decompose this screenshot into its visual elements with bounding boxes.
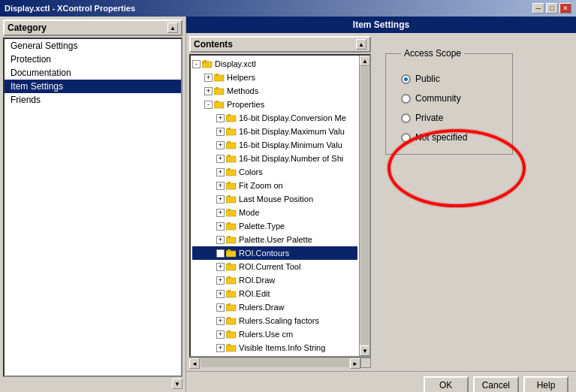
tree-item-paltype[interactable]: + Palette.Type [192, 219, 357, 233]
tree-item-methods[interactable]: + Methods [192, 84, 357, 98]
category-item-general[interactable]: General Settings [5, 39, 181, 53]
svg-rect-13 [226, 143, 236, 149]
help-button[interactable]: Help [523, 376, 568, 392]
svg-marker-26 [226, 222, 231, 224]
expand-root[interactable]: - [192, 60, 201, 68]
tree-item-roi-draw[interactable]: + ROI.Draw [192, 273, 357, 287]
radio-public-label: Public [415, 74, 440, 84]
tree-scroll-up-arrow[interactable]: ▲ [360, 56, 370, 66]
folder-icon-rulers-scale [226, 316, 237, 325]
tree-item-minval[interactable]: + 16-bit Display.Minimum Valu [192, 138, 357, 152]
tree-label-conv: 16-bit Display.Conversion Me [239, 112, 346, 124]
svg-marker-38 [226, 303, 231, 305]
radio-not-specified[interactable]: Not specified [401, 132, 497, 143]
expand-mode[interactable]: + [216, 209, 225, 217]
radio-not-specified-circle[interactable] [401, 133, 411, 143]
expand-paluser[interactable]: + [216, 236, 225, 244]
category-scroll-up[interactable]: ▲ [167, 23, 178, 33]
tree-container[interactable]: - Display.xctl + [189, 54, 371, 357]
tree-hscroll-thumb[interactable] [201, 359, 349, 367]
tree-item-root[interactable]: - Display.xctl [192, 57, 357, 71]
category-item-friends[interactable]: Friends [5, 93, 181, 107]
close-button[interactable]: ✕ [559, 3, 571, 14]
tree-item-colors[interactable]: + Colors [192, 165, 357, 179]
tree-label-methods: Methods [227, 85, 258, 97]
expand-fitzoom[interactable]: + [216, 182, 225, 190]
folder-icon-maxval [226, 127, 237, 136]
folder-icon-roi-curtool [226, 262, 237, 271]
tree-scroll-down-arrow[interactable]: ▼ [360, 345, 370, 356]
tree-item-roi-contours[interactable]: + ROI.Contours [192, 246, 357, 260]
tree-bottom-scrollbar[interactable]: ◄ ► [189, 357, 371, 368]
tree-item-rulers-scale[interactable]: + Rulers.Scaling factors [192, 314, 357, 327]
tree-label-paltype: Palette.Type [239, 220, 285, 232]
expand-methods[interactable]: + [204, 87, 213, 95]
tree-item-paluser[interactable]: + Palette.User Palette [192, 233, 357, 246]
radio-public[interactable]: Public [401, 74, 497, 84]
tree-item-properties[interactable]: - Properties [192, 98, 357, 111]
radio-private[interactable]: Private [401, 113, 497, 123]
tree-item-conv[interactable]: + 16-bit Display.Conversion Me [192, 111, 357, 125]
expand-roi-draw[interactable]: + [216, 276, 225, 285]
ok-button[interactable]: OK [424, 376, 469, 392]
tree-scroll-up[interactable]: ▲ [356, 39, 366, 50]
tree-item-mode[interactable]: + Mode [192, 206, 357, 219]
expand-roi-contours[interactable]: + [216, 249, 225, 258]
expand-rulers-cm[interactable]: + [216, 330, 225, 339]
svg-marker-2 [202, 60, 207, 62]
tree-item-maxval[interactable]: + 16-bit Display.Maximum Valu [192, 125, 357, 138]
folder-icon-roi-contours [226, 249, 237, 258]
expand-minval[interactable]: + [216, 141, 225, 149]
maximize-button[interactable]: □ [546, 3, 558, 14]
category-item-documentation[interactable]: Documentation [5, 66, 181, 80]
expand-rulers-draw[interactable]: + [216, 303, 225, 312]
expand-helpers[interactable]: + [204, 74, 213, 82]
category-item-protection[interactable]: Protection [5, 53, 181, 66]
tree-item-roi-edit[interactable]: + ROI.Edit [192, 287, 357, 300]
expand-paltype[interactable]: + [216, 222, 225, 231]
radio-community-circle[interactable] [401, 94, 411, 104]
expand-roi-curtool[interactable]: + [216, 263, 225, 271]
cancel-button[interactable]: Cancel [473, 376, 519, 392]
expand-lastmouse[interactable]: + [216, 195, 225, 204]
tree-item-numshi[interactable]: + 16-bit Display.Number of Shi [192, 152, 357, 165]
radio-community[interactable]: Community [401, 93, 497, 104]
tree-item-rulers-draw[interactable]: + Rulers.Draw [192, 300, 357, 314]
expand-properties[interactable]: - [204, 101, 213, 109]
tree-item-lastmouse[interactable]: + Last Mouse Position [192, 192, 357, 206]
access-scope-legend: Access Scope [401, 48, 464, 59]
tree-item-roi-curtool[interactable]: + ROI.Current Tool [192, 260, 357, 273]
expand-numshi[interactable]: + [216, 155, 225, 163]
expand-roi-edit[interactable]: + [216, 290, 225, 298]
expand-visible-info[interactable]: + [216, 344, 225, 352]
expand-colors[interactable]: + [216, 168, 225, 176]
tree-item-helpers[interactable]: + Helpers [192, 71, 357, 84]
minimize-button[interactable]: ─ [532, 3, 544, 14]
tree-scroll-thumb[interactable] [360, 67, 369, 345]
category-list[interactable]: General Settings Protection Documentatio… [3, 38, 182, 377]
tree-scroll-right[interactable]: ► [350, 358, 360, 369]
folder-icon-roi-draw [226, 276, 237, 285]
expand-rulers-scale[interactable]: + [216, 317, 225, 325]
folder-icon-lastmouse [226, 194, 237, 204]
category-scroll-down[interactable]: ▼ [172, 378, 182, 389]
radio-group: Public Community Private [401, 74, 497, 143]
svg-rect-17 [226, 170, 236, 176]
tree-content[interactable]: - Display.xctl + [191, 56, 359, 356]
category-item-settings[interactable]: Item Settings [5, 80, 181, 93]
tree-vertical-scrollbar[interactable]: ▲ ▼ [359, 56, 369, 356]
tree-horizontal-scrollbar[interactable]: ◄ ► [189, 357, 360, 368]
tree-item-visible-info[interactable]: + Visible Items.Info String [192, 341, 357, 354]
radio-private-circle[interactable] [401, 113, 411, 123]
expand-conv[interactable]: + [216, 114, 225, 122]
expand-maxval[interactable]: + [216, 128, 225, 136]
svg-marker-14 [226, 141, 231, 143]
tree-item-fitzoom[interactable]: + Fit Zoom on [192, 179, 357, 192]
svg-marker-34 [226, 276, 231, 278]
tree-label-helpers: Helpers [227, 71, 255, 83]
folder-icon-minval [226, 140, 237, 149]
tree-label-numshi: 16-bit Display.Number of Shi [239, 152, 343, 164]
tree-scroll-left[interactable]: ◄ [189, 358, 200, 369]
tree-item-rulers-cm[interactable]: + Rulers.Use cm [192, 327, 357, 341]
radio-public-circle[interactable] [401, 74, 411, 84]
